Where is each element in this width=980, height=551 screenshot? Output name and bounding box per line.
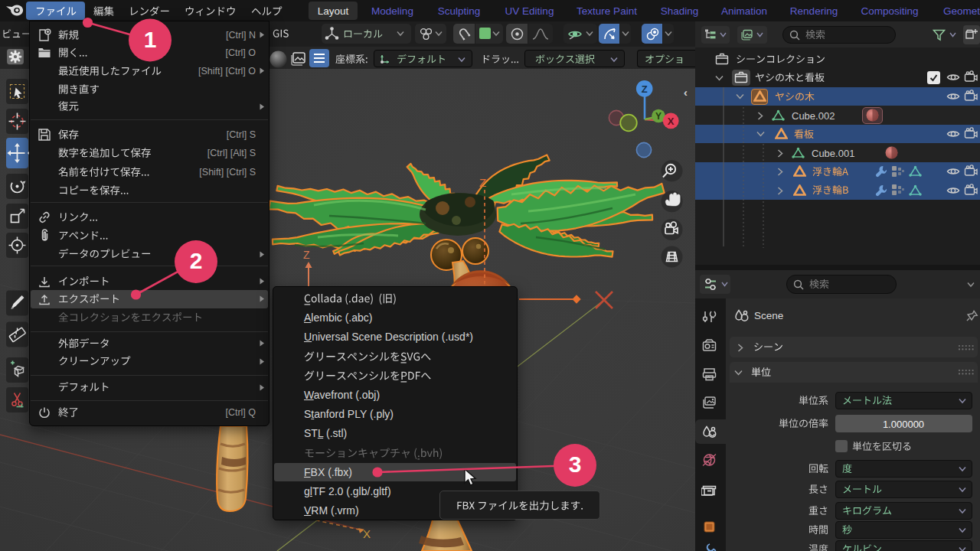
svg-text:X: X xyxy=(668,116,675,127)
svg-text:‹: ‹ xyxy=(684,86,688,99)
svg-text:Z: Z xyxy=(479,176,486,189)
svg-text:Z: Z xyxy=(303,249,310,261)
svg-text:X: X xyxy=(363,527,371,540)
svg-text:Z: Z xyxy=(642,83,648,95)
svg-text:Y: Y xyxy=(655,111,662,122)
